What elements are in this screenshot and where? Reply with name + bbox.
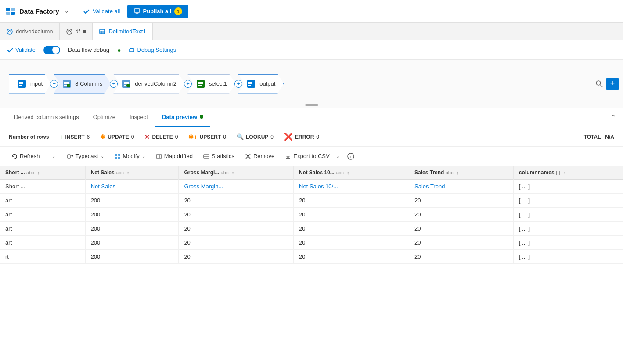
minimize-bar[interactable] — [305, 104, 318, 106]
table-cell: 20 — [409, 236, 514, 250]
svg-rect-33 — [248, 85, 251, 86]
table-cell: 200 — [85, 194, 179, 208]
tab-data-preview[interactable]: Data preview — [155, 108, 210, 127]
export-csv-button[interactable]: Export to CSV — [281, 151, 334, 162]
stat-rows-label: Number of rows — [9, 134, 49, 140]
add-after-derivedcolumn2[interactable]: + — [184, 80, 192, 88]
debug-toggle[interactable] — [43, 46, 60, 54]
pipeline-node-input[interactable]: input — [9, 74, 51, 94]
pipeline-zoom-button[interactable]: + — [606, 78, 619, 90]
brand-label: Data Factory — [19, 7, 59, 15]
pipeline-node-derivedcolumn2[interactable]: derivedColumn2 — [113, 74, 185, 94]
table-cell: 20 — [409, 194, 514, 208]
map-drifted-button[interactable]: Map drifted — [151, 151, 197, 162]
table-cell: 20 — [179, 222, 294, 236]
validate-all-button[interactable]: Validate all — [83, 8, 120, 15]
stat-total: TOTAL N/A — [584, 134, 614, 140]
debug-settings-button[interactable]: Debug Settings — [129, 47, 176, 53]
export-chevron[interactable]: ⌄ — [336, 154, 339, 159]
svg-rect-37 — [115, 154, 117, 156]
svg-rect-7 — [100, 29, 105, 34]
tab-inspect[interactable]: Inspect — [122, 108, 155, 127]
delete-label: DELETE — [152, 134, 173, 140]
svg-text:✓: ✓ — [68, 85, 70, 87]
svg-point-25 — [126, 84, 130, 87]
top-bar-separator — [76, 5, 76, 18]
error-icon: ❌ — [284, 133, 293, 141]
lookup-icon: 🔍 — [237, 133, 244, 140]
validate-check-icon — [7, 47, 13, 53]
add-after-select1[interactable]: + — [234, 80, 242, 88]
table-cell: [ ... ] — [513, 208, 623, 222]
search-icon — [595, 80, 603, 88]
statistics-button[interactable]: Statistics — [199, 151, 239, 162]
tab-df[interactable]: df — [60, 23, 93, 40]
col-net-sales: Net Sales abc ↕ — [85, 166, 179, 180]
data-table-container: Short ... abc ↕ Net Sales abc ↕ Gross Ma… — [0, 166, 623, 364]
brand-chevron[interactable]: ⌄ — [65, 8, 68, 14]
table-row: art200202020[ ... ] — [0, 222, 623, 236]
table-cell: Sales Trend — [409, 180, 514, 194]
table-cell: 200 — [85, 222, 179, 236]
table-cell: 200 — [85, 236, 179, 250]
info-button[interactable]: i — [343, 151, 359, 162]
pipeline-node-select1[interactable]: select1 — [187, 74, 235, 94]
tab-derived-settings[interactable]: Derived column's settings — [7, 108, 86, 127]
table-cell: art — [0, 236, 85, 250]
table-cell: 20 — [294, 208, 409, 222]
stat-delete: ✕ DELETE 0 — [144, 133, 178, 141]
toolbar-sep-2 — [59, 151, 59, 161]
publish-icon — [133, 8, 140, 15]
svg-rect-4 — [134, 9, 140, 12]
statistics-icon — [203, 153, 209, 159]
info-icon: i — [347, 153, 354, 160]
add-after-input[interactable]: + — [50, 80, 58, 88]
pipeline-search[interactable] — [593, 78, 605, 90]
table-cell: [ ... ] — [513, 236, 623, 250]
table-cell: Short ... — [0, 180, 85, 194]
refresh-chevron[interactable]: ⌄ — [52, 154, 55, 159]
svg-rect-39 — [115, 157, 117, 159]
debug-ok-icon: ● — [117, 47, 121, 54]
brand: Data Factory ⌄ — [5, 6, 68, 17]
remove-x-icon — [245, 153, 251, 159]
tab-derivedcolumn[interactable]: derivedcolumn — [0, 23, 60, 40]
stats-row: Number of rows + INSERT 6 ✱ UPDATE 0 ✕ D… — [0, 127, 623, 147]
refresh-button[interactable]: Refresh — [7, 151, 44, 162]
svg-rect-38 — [118, 154, 120, 156]
stat-error: ❌ ERROR 0 — [284, 133, 319, 141]
table-row: art200202020[ ... ] — [0, 208, 623, 222]
toolbar-sep-1 — [48, 151, 48, 161]
collapse-panel-button[interactable]: ⌃ — [610, 113, 616, 122]
svg-rect-31 — [248, 82, 252, 83]
add-after-8columns[interactable]: + — [110, 80, 118, 88]
svg-rect-3 — [11, 12, 15, 15]
tab-df-label: df — [76, 28, 80, 35]
table-cell: 20 — [179, 208, 294, 222]
table-cell: 20 — [294, 250, 409, 264]
table-cell: 20 — [409, 250, 514, 264]
insert-icon: + — [59, 133, 63, 141]
pipeline-node-8columns[interactable]: ✓ 8 Columns — [54, 74, 111, 94]
remove-button[interactable]: Remove — [241, 151, 279, 162]
pipeline-node-output[interactable]: output — [238, 74, 284, 94]
publish-all-button[interactable]: Publish all 1 — [127, 5, 188, 18]
tab-delimitedtext1-label: DelimitedText1 — [108, 28, 146, 35]
tab-optimize[interactable]: Optimize — [86, 108, 122, 127]
table-cell: Gross Margin... — [179, 180, 294, 194]
svg-line-35 — [600, 85, 602, 87]
modify-button[interactable]: Modify ⌄ — [110, 151, 150, 162]
validate-button[interactable]: Validate — [7, 47, 36, 53]
svg-rect-12 — [19, 82, 23, 83]
lookup-label: LOOKUP — [246, 134, 268, 140]
typecast-button[interactable]: Typecast ⌄ — [63, 151, 108, 162]
svg-rect-40 — [118, 157, 120, 159]
tab-delimitedtext1[interactable]: DelimitedText1 — [93, 23, 152, 40]
table-cell: [ ... ] — [513, 222, 623, 236]
table-cell: 20 — [294, 222, 409, 236]
typecast-chevron: ⌄ — [101, 154, 104, 159]
upsert-value: 0 — [223, 134, 226, 140]
svg-rect-29 — [198, 85, 202, 86]
table-cell: 20 — [179, 236, 294, 250]
svg-rect-27 — [198, 82, 203, 83]
